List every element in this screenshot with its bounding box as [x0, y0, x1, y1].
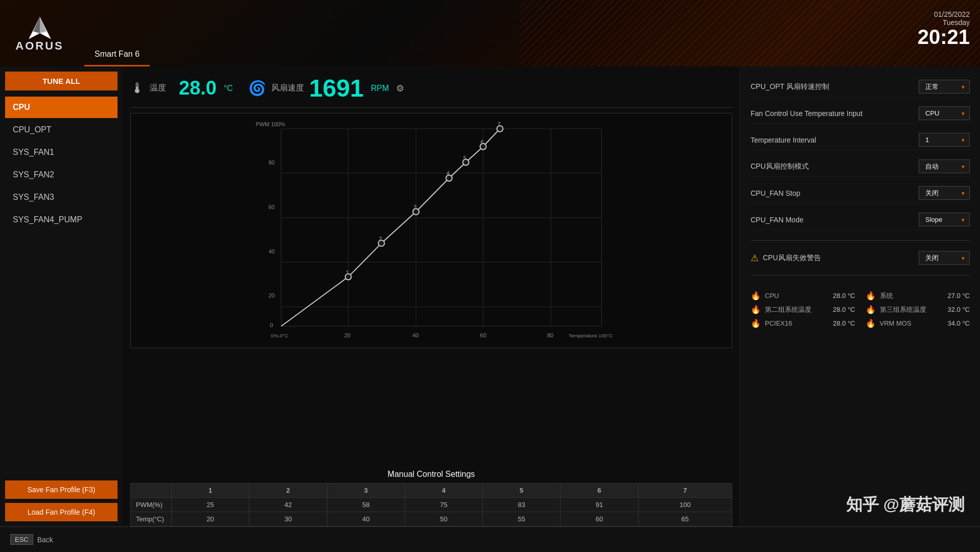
pwm-6[interactable]: 91 [561, 498, 638, 512]
temp-5[interactable]: 55 [483, 512, 561, 526]
cpu-fan-stop-dropdown[interactable]: 关闭 [919, 186, 970, 200]
svg-text:20: 20 [268, 292, 274, 298]
temp-2[interactable]: 30 [249, 512, 327, 526]
fan-control-temp-label: Fan Control Use Temperature Input [751, 109, 919, 118]
svg-text:3: 3 [413, 204, 416, 210]
table-header-label [131, 484, 172, 498]
cpu-fan-mode-dropdown-wrapper: Slope [919, 213, 970, 226]
warning-row: ⚠ CPU风扇失效警告 关闭 [751, 251, 970, 265]
sidebar-item-cpu-opt[interactable]: CPU_OPT [5, 119, 118, 141]
temperature-stat: 🌡 温度 28.0 °C [130, 77, 233, 99]
tune-all-button[interactable]: TUNE ALL [5, 72, 118, 90]
fan-rpm-value: 1691 [309, 74, 364, 102]
pwm-3[interactable]: 58 [327, 498, 405, 512]
svg-text:60: 60 [480, 332, 486, 338]
manual-control: Manual Control Settings 1 2 3 4 5 6 7 [130, 470, 732, 526]
pwm-7[interactable]: 100 [638, 498, 732, 512]
tab-smart-fan-6[interactable]: Smart Fan 6 [84, 45, 150, 66]
fan-curve-chart[interactable]: PWM 100% 80 60 40 20 0 [130, 113, 732, 348]
setting-row-cpu-fan-stop: CPU_FAN Stop 关闭 [751, 183, 970, 203]
svg-text:5: 5 [463, 155, 466, 161]
cpu-fan-mode-dropdown[interactable]: Slope [919, 213, 970, 226]
temp-label: 温度 [150, 83, 166, 94]
thermometer-icon: 🌡 [130, 80, 145, 97]
temp-4[interactable]: 50 [405, 512, 482, 526]
temp-item-sys2: 🔥 第二组系统温度 28.0 °C [751, 305, 855, 314]
svg-text:60: 60 [268, 204, 274, 210]
cpu-opt-dropdown[interactable]: 正常 [919, 80, 970, 94]
svg-marker-1 [33, 17, 39, 33]
main-container: TUNE ALL CPU CPU_OPT SYS_FAN1 SYS_FAN2 S… [0, 66, 980, 526]
svg-text:0%,0°C: 0%,0°C [271, 333, 288, 338]
control-table: 1 2 3 4 5 6 7 PWM(%) 25 42 58 [130, 483, 732, 526]
right-panel: CPU_OPT 风扇转速控制 正常 Fan Control Use Temper… [740, 66, 980, 526]
stats-bar: 🌡 温度 28.0 °C 🌀 风扇速度 1691 RPM ⚙ [130, 66, 732, 108]
fan-unit: RPM [371, 84, 389, 93]
vrm-mos-temp-label: VRM MOS [880, 319, 944, 327]
temp-1[interactable]: 20 [172, 512, 249, 526]
cpu-fan-control-mode-dropdown[interactable]: 自动 [919, 159, 970, 173]
system-temp-value: 27.0 °C [947, 292, 970, 300]
logo-text: AORUS [15, 39, 63, 53]
esc-key-label: ESC [10, 534, 33, 545]
system-temp-icon: 🔥 [866, 291, 876, 301]
table-header-2: 2 [249, 484, 327, 498]
back-label: Back [37, 536, 53, 544]
header: AORUS Smart Fan 6 01/25/2022 Tuesday 20:… [0, 0, 980, 66]
svg-text:40: 40 [412, 332, 418, 338]
fan-icon: 🌀 [248, 80, 266, 97]
sys2-temp-icon: 🔥 [751, 305, 761, 314]
sidebar-item-sys-fan2[interactable]: SYS_FAN2 [5, 164, 118, 186]
sys2-temp-label: 第二组系统温度 [765, 305, 829, 314]
sidebar-item-sys-fan4-pump[interactable]: SYS_FAN4_PUMP [5, 209, 118, 231]
fan-speed-stat: 🌀 风扇速度 1691 RPM ⚙ [248, 74, 404, 102]
svg-text:6: 6 [481, 139, 484, 145]
setting-row-fan-control-temp: Fan Control Use Temperature Input CPU [751, 103, 970, 124]
center-area: 🌡 温度 28.0 °C 🌀 风扇速度 1691 RPM ⚙ PWM 100% … [123, 66, 740, 526]
chart-container: PWM 100% 80 60 40 20 0 [130, 113, 732, 465]
sys2-temp-value: 28.0 °C [833, 306, 855, 313]
svg-text:20: 20 [344, 332, 351, 338]
pwm-1[interactable]: 25 [172, 498, 249, 512]
fan-control-temp-dropdown[interactable]: CPU [919, 106, 970, 120]
sidebar-item-sys-fan1[interactable]: SYS_FAN1 [5, 142, 118, 163]
temp-6[interactable]: 60 [561, 512, 638, 526]
temp-item-cpu: 🔥 CPU 28.0 °C [751, 291, 855, 301]
temp-interval-label: Temperature Interval [751, 136, 919, 144]
temp-value: 28.0 [179, 77, 217, 99]
logo-area: AORUS [0, 9, 79, 58]
cpu-fan-mode-label: CPU_FAN Mode [751, 216, 919, 224]
save-fan-profile-button[interactable]: Save Fan Profile (F3) [5, 480, 118, 499]
pwm-2[interactable]: 42 [249, 498, 327, 512]
cpu-opt-label: CPU_OPT 风扇转速控制 [751, 82, 919, 91]
sidebar-item-cpu[interactable]: CPU [5, 97, 118, 118]
pciex16-temp-value: 28.0 °C [833, 319, 855, 327]
setting-row-temp-interval: Temperature Interval 1 [751, 130, 970, 150]
pwm-4[interactable]: 75 [405, 498, 482, 512]
pwm-5[interactable]: 83 [483, 498, 561, 512]
svg-text:0: 0 [270, 322, 273, 328]
temp-7[interactable]: 65 [638, 512, 732, 526]
chart-y-header: PWM 100% [256, 121, 286, 127]
temp-item-system: 🔥 系统 27.0 °C [866, 291, 970, 301]
sys3-temp-value: 32.0 °C [947, 306, 970, 313]
temp-item-vrm-mos: 🔥 VRM MOS 34.0 °C [866, 318, 970, 328]
time-display: 20:21 [918, 27, 970, 47]
cpu-fan-stop-label: CPU_FAN Stop [751, 189, 919, 197]
fan-control-temp-dropdown-wrapper: CPU [919, 106, 970, 120]
temp-3[interactable]: 40 [327, 512, 405, 526]
svg-text:2: 2 [379, 236, 382, 242]
cpu-temp-label: CPU [765, 292, 829, 300]
nav-tabs: Smart Fan 6 [84, 0, 150, 66]
pwm-label: PWM(%) [131, 498, 172, 512]
system-temp-label: 系统 [880, 291, 944, 301]
temp-interval-dropdown-wrapper: 1 [919, 133, 970, 147]
cpu-fan-warning-dropdown[interactable]: 关闭 [919, 251, 970, 265]
temp-interval-dropdown[interactable]: 1 [919, 133, 970, 147]
cpu-fan-warning-dropdown-wrapper: 关闭 [919, 251, 970, 265]
load-fan-profile-button[interactable]: Load Fan Profile (F4) [5, 503, 118, 521]
manual-control-title: Manual Control Settings [130, 470, 732, 479]
divider-1 [751, 240, 970, 241]
sidebar-item-sys-fan3[interactable]: SYS_FAN3 [5, 187, 118, 208]
sidebar-bottom: Save Fan Profile (F3) Load Fan Profile (… [5, 480, 118, 521]
